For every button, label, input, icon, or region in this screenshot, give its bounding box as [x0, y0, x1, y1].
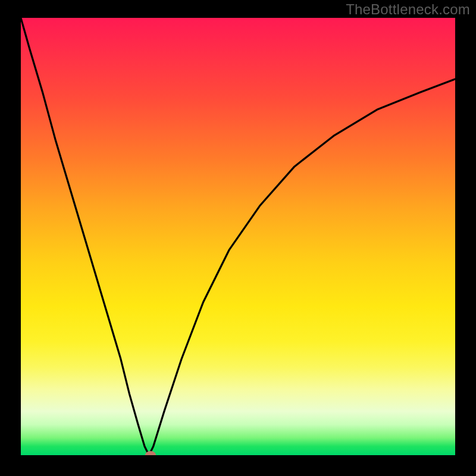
plot-area [21, 18, 455, 455]
min-marker [145, 451, 156, 455]
watermark-text: TheBottleneck.com [346, 1, 470, 18]
bottleneck-curve [21, 18, 455, 455]
chart-frame: TheBottleneck.com [0, 0, 476, 476]
